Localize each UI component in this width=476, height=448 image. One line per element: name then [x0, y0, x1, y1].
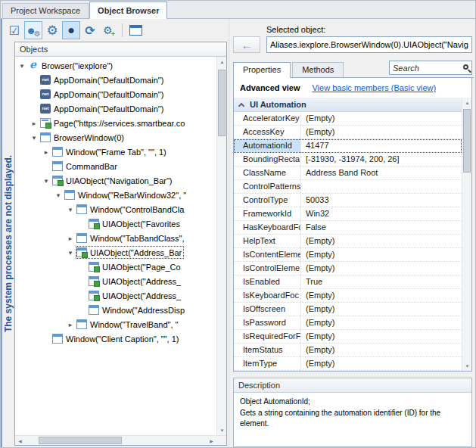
property-row[interactable]: ControlPatterns — [234, 180, 462, 194]
back-button[interactable]: ← — [233, 36, 260, 53]
highlight-object-icon[interactable] — [24, 21, 42, 39]
grid-vertical-scrollbar[interactable]: ▲ ▼ — [462, 98, 471, 371]
refresh-icon[interactable] — [81, 21, 99, 39]
tree-item[interactable]: AppDomain("DefaultDomain") — [15, 73, 216, 87]
tree-item[interactable]: UIAObject("Page_Co — [15, 260, 216, 274]
scroll-up-icon[interactable]: ▲ — [462, 98, 471, 107]
property-value[interactable]: (Empty) — [300, 330, 462, 343]
property-value[interactable]: (Empty) — [300, 262, 462, 275]
tab-object-browser[interactable]: Object Browser — [89, 2, 167, 19]
property-value[interactable]: True — [300, 275, 462, 288]
property-row[interactable]: ControlType 50033 — [234, 194, 462, 207]
tree-item[interactable]: ▾ Window("ReBarWindow32", " — [15, 188, 216, 202]
property-value[interactable]: (Empty) — [300, 235, 462, 247]
property-value[interactable]: 50033 — [300, 194, 462, 207]
tree-item[interactable]: AppDomain("DefaultDomain") — [15, 101, 216, 116]
scroll-right-icon[interactable]: ▶ — [207, 436, 216, 446]
property-row[interactable]: BoundingRecta [-31930, -31974, 200, 26] — [234, 153, 462, 166]
property-value[interactable]: (Empty) — [300, 303, 462, 316]
tree-vscroll-thumb[interactable] — [218, 70, 226, 136]
show-object-window-icon[interactable] — [126, 21, 145, 39]
twisty-icon[interactable]: ▾ — [41, 177, 51, 185]
property-value[interactable]: [-31930, -31974, 200, 26] — [300, 153, 462, 166]
property-row[interactable]: ItemStatus (Empty) — [234, 344, 462, 357]
property-value[interactable]: Address Band Root — [300, 166, 462, 179]
property-row[interactable]: IsContentEleme (Empty) — [234, 248, 462, 262]
collapse-chevron-icon[interactable] — [238, 102, 244, 108]
tree-item[interactable]: ▸ Window("TravelBand", " — [15, 317, 216, 331]
property-value[interactable]: 41477 — [300, 139, 462, 152]
tree-item[interactable]: ▸ Window("TabBandClass", — [15, 231, 216, 245]
property-row[interactable]: HelpText (Empty) — [234, 235, 462, 248]
property-row[interactable]: AccessKey (Empty) — [234, 126, 462, 139]
tree-item[interactable]: ▾ Browser("iexplore") — [15, 58, 216, 73]
tree-vscroll-track[interactable] — [217, 67, 226, 425]
property-row[interactable]: FrameworkId Win32 — [234, 207, 462, 221]
selected-object-input[interactable] — [266, 36, 472, 53]
point-and-fix-icon[interactable] — [62, 21, 80, 39]
search-input[interactable] — [393, 64, 461, 73]
tree-item[interactable]: Window("AddressDisp — [15, 303, 216, 317]
twisty-icon[interactable]: ▸ — [29, 120, 39, 127]
tree-item[interactable]: Window("Client Caption", "", 1) — [15, 331, 216, 346]
twisty-icon[interactable]: ▸ — [65, 235, 76, 242]
objects-column-header[interactable]: Objects — [15, 42, 226, 57]
tab-properties[interactable]: Properties — [233, 62, 291, 78]
property-value[interactable]: Win32 — [300, 207, 462, 220]
property-row[interactable]: IsRequiredForF (Empty) — [234, 330, 462, 344]
tree-hscroll-track[interactable] — [25, 436, 207, 445]
tree-item[interactable]: CommandBar — [15, 159, 216, 173]
category-header-ui-automation[interactable]: UI Automation — [234, 98, 462, 112]
property-row[interactable]: AutomationId 41477 — [234, 139, 462, 153]
select-current-object-icon[interactable] — [5, 21, 23, 39]
property-row[interactable]: IsOffscreen (Empty) — [234, 303, 462, 316]
property-value[interactable]: False — [300, 221, 462, 234]
tree-item[interactable]: UIAObject("Favorites — [15, 216, 216, 231]
property-value[interactable] — [300, 180, 462, 193]
tree-horizontal-scrollbar[interactable]: ◀ ▶ — [15, 435, 226, 445]
tree-item[interactable]: AppDomain("DefaultDomain") — [15, 87, 216, 101]
twisty-icon[interactable]: ▸ — [65, 321, 76, 328]
property-row[interactable]: IsPassword (Empty) — [234, 316, 462, 330]
twisty-icon[interactable]: ▾ — [65, 206, 76, 213]
tree-item[interactable]: ▸ Window("Frame Tab", "", 1) — [15, 145, 216, 159]
property-row[interactable]: AcceleratorKey (Empty) — [234, 112, 462, 126]
tree-item[interactable]: UIAObject("Address_ — [15, 288, 216, 303]
property-row[interactable]: HasKeyboardFo False — [234, 221, 462, 235]
twisty-icon[interactable]: ▾ — [17, 62, 27, 70]
tab-methods[interactable]: Methods — [292, 62, 344, 77]
property-value[interactable]: (Empty) — [300, 112, 462, 125]
scroll-left-icon[interactable]: ◀ — [15, 436, 25, 446]
property-row[interactable]: IsEnabled True — [234, 275, 462, 289]
twisty-icon[interactable]: ▾ — [29, 134, 39, 142]
scroll-down-icon[interactable]: ▼ — [462, 361, 471, 371]
property-row[interactable]: ClassName Address Band Root — [234, 166, 462, 180]
tab-project-workspace[interactable]: Project Workspace — [2, 3, 89, 18]
property-value[interactable]: (Empty) — [300, 126, 462, 138]
property-row[interactable]: ItemType (Empty) — [234, 357, 462, 371]
scroll-up-icon[interactable]: ▲ — [217, 57, 226, 67]
tree-item[interactable]: ▾ Window("ControlBandCla — [15, 202, 216, 216]
object-browser-settings-icon[interactable] — [43, 21, 61, 39]
search-icon[interactable] — [463, 64, 468, 70]
twisty-icon[interactable]: ▾ — [65, 249, 76, 257]
property-row[interactable]: IsKeyboardFoc (Empty) — [234, 289, 462, 303]
property-value[interactable]: (Empty) — [300, 316, 462, 329]
property-value[interactable]: (Empty) — [300, 357, 462, 370]
tree-hscroll-thumb[interactable] — [39, 437, 122, 444]
grid-vscroll-track[interactable] — [462, 107, 471, 361]
tree-item[interactable]: ▾ UIAObject("Navigation_Bar") — [15, 173, 216, 188]
twisty-icon[interactable]: ▾ — [53, 191, 64, 199]
scroll-down-icon[interactable]: ▼ — [217, 425, 226, 435]
advanced-settings-icon[interactable] — [100, 21, 118, 39]
property-value[interactable]: (Empty) — [300, 289, 462, 302]
grid-vscroll-thumb[interactable] — [463, 109, 471, 173]
property-row[interactable]: IsControlEleme (Empty) — [234, 262, 462, 275]
tree-item[interactable]: ▾ UIAObject("Address_Bar — [15, 245, 216, 260]
tree-item[interactable]: UIAObject("Address_ — [15, 274, 216, 288]
tree-item[interactable]: ▾ BrowserWindow(0) — [15, 130, 216, 145]
property-value[interactable]: (Empty) — [300, 248, 462, 261]
tree-vertical-scrollbar[interactable]: ▲ ▼ — [216, 57, 226, 435]
tree-item[interactable]: ▸ Page("https://services.smartbear.co — [15, 116, 216, 130]
twisty-icon[interactable]: ▸ — [41, 148, 51, 156]
